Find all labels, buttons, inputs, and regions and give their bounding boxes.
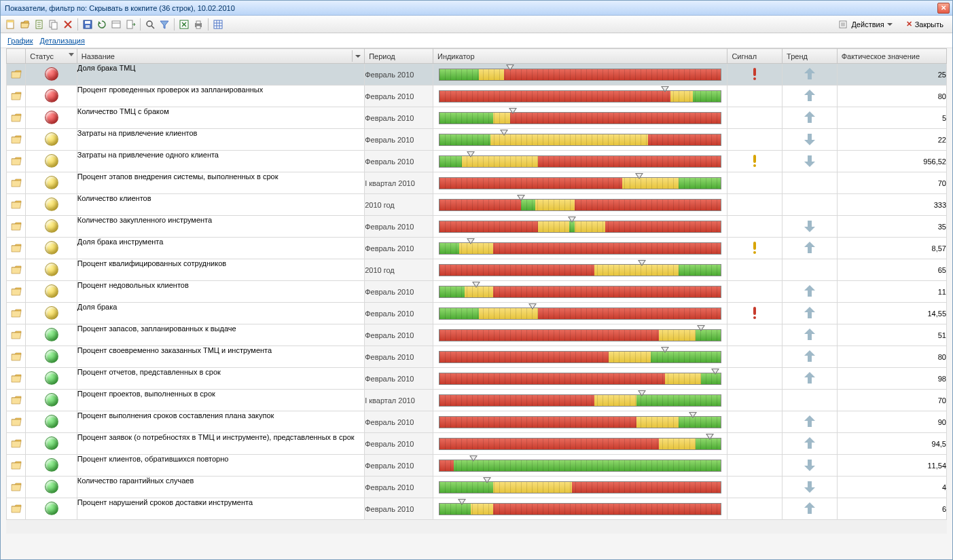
name-cell: Процент нарушений сроков доставки инстру… [77, 498, 364, 520]
actions-dropdown[interactable]: Действия [834, 18, 897, 31]
table-row[interactable]: Процент нарушений сроков доставки инстру… [7, 498, 947, 520]
table-row[interactable]: Количество клиентов2010 год333 [7, 194, 947, 216]
row-folder-icon[interactable] [7, 433, 26, 455]
properties-icon[interactable] [110, 18, 122, 31]
linkbar: График Детализация [1, 33, 952, 48]
row-folder-icon[interactable] [7, 216, 26, 238]
status-cell [26, 238, 77, 259]
row-folder-icon[interactable] [7, 259, 26, 281]
table-row[interactable]: Затраты на привлечение одного клиентаФев… [7, 151, 947, 172]
link-detail[interactable]: Детализация [40, 37, 85, 45]
table-row[interactable]: Процент проектов, выполненных в срокI кв… [7, 390, 947, 411]
row-folder-icon[interactable] [7, 368, 26, 390]
row-folder-icon[interactable] [7, 346, 26, 368]
refresh-icon[interactable] [96, 18, 108, 31]
trend-up-icon [804, 68, 815, 80]
close-button[interactable]: ✕ Закрыть [901, 18, 948, 31]
window-close-button[interactable]: ✕ [937, 3, 950, 14]
zone-red [439, 265, 594, 276]
trend-down-icon [804, 155, 815, 167]
save-icon[interactable] [82, 18, 94, 31]
status-cell [26, 129, 77, 151]
zone-yellow [459, 243, 493, 254]
status-ball-yellow [45, 284, 58, 298]
period-cell: Февраль 2010 [365, 238, 433, 259]
col-header-trend[interactable]: Тренд [783, 49, 838, 64]
value-cell: 11,54 [837, 455, 946, 477]
zone-green [679, 178, 721, 189]
indicator-cell [433, 390, 727, 411]
col-header-folder[interactable] [7, 49, 26, 64]
table-row[interactable]: Процент недовольных клиентовФевраль 2010… [7, 281, 947, 303]
trend-down-icon [804, 220, 815, 232]
svg-rect-14 [196, 26, 200, 29]
row-folder-icon[interactable] [7, 477, 26, 498]
table-row[interactable]: Процент клиентов, обратившихся повторноФ… [7, 455, 947, 477]
indicator-bar [439, 481, 721, 493]
table-row[interactable]: Доля бракаФевраль 201014,55 [7, 303, 947, 324]
new-icon[interactable] [5, 18, 17, 31]
table-row[interactable]: Процент заявок (о потребностях в ТМЦ и и… [7, 433, 947, 455]
table-row[interactable]: Процент выполнения сроков составления пл… [7, 411, 947, 433]
row-folder-icon[interactable] [7, 107, 26, 129]
grid-scroll[interactable]: Статус Название Период Индикатор Сигнал … [1, 48, 952, 559]
table-row[interactable]: Доля брака ТМЦФевраль 201025 [7, 64, 947, 86]
row-folder-icon[interactable] [7, 172, 26, 194]
col-header-indicator[interactable]: Индикатор [433, 49, 727, 64]
row-folder-icon[interactable] [7, 390, 26, 411]
copy-icon[interactable] [48, 18, 60, 31]
row-folder-icon[interactable] [7, 151, 26, 172]
search-icon[interactable] [144, 18, 156, 31]
table-row[interactable]: Процент отчетов, представленных в срокФе… [7, 368, 947, 390]
toolbar-separator [140, 18, 141, 31]
table-row[interactable]: Количество ТМЦ с бракомФевраль 20105 [7, 107, 947, 129]
zone-red [439, 200, 521, 210]
row-folder-icon[interactable] [7, 455, 26, 477]
signal-cell [727, 411, 783, 433]
row-folder-icon[interactable] [7, 64, 26, 86]
row-folder-icon[interactable] [7, 411, 26, 433]
indicator-cell [433, 498, 727, 520]
indicator-cell [433, 238, 727, 259]
excel-icon[interactable] [178, 18, 190, 31]
row-folder-icon[interactable] [7, 129, 26, 151]
link-chart[interactable]: График [7, 37, 33, 45]
col-header-name[interactable]: Название [77, 49, 364, 64]
column-dropdown-icon[interactable] [352, 50, 363, 62]
table-row[interactable]: Доля брака инструментаФевраль 20108,57 [7, 238, 947, 259]
col-header-value[interactable]: Фактическое значение [837, 49, 946, 64]
row-folder-icon[interactable] [7, 498, 26, 520]
name-cell: Процент выполнения сроков составления пл… [77, 411, 364, 433]
filter-icon[interactable] [158, 18, 170, 31]
value-cell: 6 [837, 498, 946, 520]
open-icon[interactable] [19, 18, 31, 31]
table-row[interactable]: Количество гарантийных случаевФевраль 20… [7, 477, 947, 498]
table-row[interactable]: Процент этапов внедрения системы, выполн… [7, 172, 947, 194]
grid-icon[interactable] [212, 18, 224, 31]
export-icon[interactable] [124, 18, 137, 31]
table-row[interactable]: Затраты на привлечение клиентовФевраль 2… [7, 129, 947, 151]
table-row[interactable]: Процент своевременно заказанных ТМЦ и ин… [7, 346, 947, 368]
signal-cell [727, 281, 783, 303]
status-cell [26, 324, 77, 346]
row-folder-icon[interactable] [7, 324, 26, 346]
period-cell: Февраль 2010 [365, 107, 433, 129]
row-folder-icon[interactable] [7, 238, 26, 259]
period-cell: Февраль 2010 [365, 151, 433, 172]
edit-icon[interactable] [33, 18, 46, 31]
print-icon[interactable] [192, 18, 204, 31]
delete-icon[interactable] [62, 18, 74, 31]
table-row[interactable]: Количество закупленного инструментаФевра… [7, 216, 947, 238]
col-header-status[interactable]: Статус [26, 49, 77, 64]
row-folder-icon[interactable] [7, 86, 26, 107]
zone-red [493, 286, 721, 297]
name-cell: Затраты на привлечение клиентов [77, 129, 364, 151]
table-row[interactable]: Процент квалифицированных сотрудников201… [7, 259, 947, 281]
col-header-period[interactable]: Период [365, 49, 433, 64]
row-folder-icon[interactable] [7, 303, 26, 324]
row-folder-icon[interactable] [7, 281, 26, 303]
col-header-signal[interactable]: Сигнал [727, 49, 783, 64]
table-row[interactable]: Процент запасов, запланированных к выдач… [7, 324, 947, 346]
table-row[interactable]: Процент проведенных проверок из запланир… [7, 86, 947, 107]
row-folder-icon[interactable] [7, 194, 26, 216]
